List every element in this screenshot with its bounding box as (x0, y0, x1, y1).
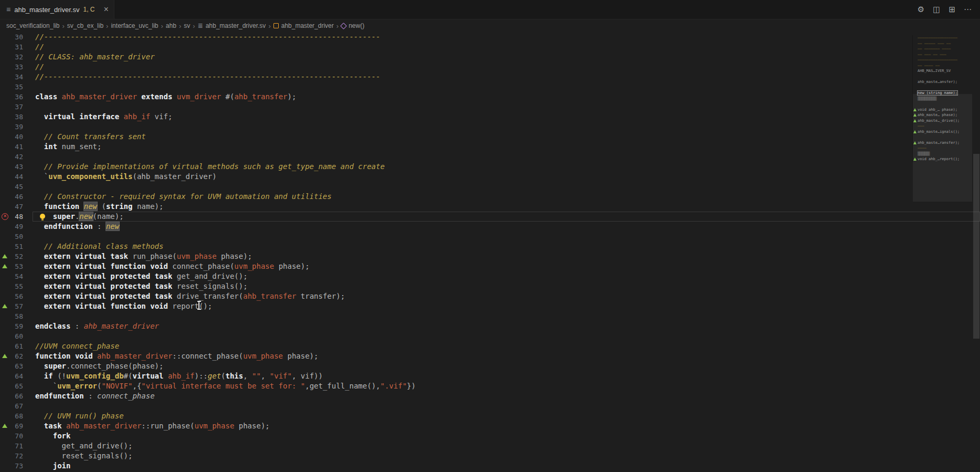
code-line-54[interactable]: 54 extern virtual protected task get_and… (0, 271, 980, 281)
code-text: // CLASS: ahb_master_driver (35, 52, 155, 62)
code-line-57[interactable]: 57 extern virtual function void report()… (0, 301, 980, 311)
customize-layout-icon[interactable]: ⊞ (949, 5, 955, 14)
code-line-56[interactable]: 56 extern virtual protected task drive_t… (0, 291, 980, 301)
code-text: join (35, 461, 70, 471)
line-number: 60 (0, 331, 23, 341)
code-text: // Constructor - required syntax for UVM… (35, 192, 332, 202)
code-line-70[interactable]: 70 fork (0, 431, 980, 441)
code-line-34[interactable]: 34//------------------------------------… (0, 72, 980, 82)
tab-ahb-master-driver[interactable]: ≡ ahb_master_driver.sv 1, C × (0, 0, 114, 19)
breadcrumb: soc_verification_lib›sv_cb_ex_lib›interf… (0, 19, 980, 32)
code-line-30[interactable]: 30//------------------------------------… (0, 32, 980, 42)
code-line-71[interactable]: 71 get_and_drive(); (0, 441, 980, 451)
breadcrumb-item-ahb-master-driver[interactable]: ahb_master_driver (273, 22, 334, 29)
code-text: if (!uvm_config_db#(virtual ahb_if)::get… (35, 371, 323, 381)
minimap-line: void ahb_…report(); (913, 156, 972, 162)
code-text: // Provide implmentations of virtual met… (35, 162, 385, 172)
code-line-64[interactable]: 64 if (!uvm_config_db#(virtual ahb_if)::… (0, 371, 980, 381)
scrollbar-thumb[interactable] (973, 154, 979, 339)
code-line-67[interactable]: 67 (0, 401, 980, 411)
code-line-48[interactable]: ✕48 super.new(name); (0, 212, 980, 222)
code-text: get_and_drive(); (35, 441, 132, 451)
manage-gear-icon[interactable]: ⚙ (918, 5, 924, 14)
code-line-50[interactable]: 50 (0, 232, 980, 242)
code-line-32[interactable]: 32// CLASS: ahb_master_driver (0, 52, 980, 62)
code-line-33[interactable]: 33// (0, 62, 980, 72)
minimap-line: ahb_maste…ransfer); (913, 140, 972, 146)
code-line-63[interactable]: 63 super.connect_phase(phase); (0, 361, 980, 371)
code-line-73[interactable]: 73 join (0, 461, 980, 471)
minimap[interactable]: ———————————————————— ————— ——— ———— ————… (912, 35, 972, 162)
code-line-65[interactable]: 65 `uvm_error("NOVIF",{"virtual interfac… (0, 381, 980, 391)
code-line-51[interactable]: 51 // Additional class methods (0, 242, 980, 251)
more-actions-icon[interactable]: ⋯ (964, 5, 972, 14)
code-line-39[interactable]: 39 (0, 122, 980, 132)
code-line-69[interactable]: 69 task ahb_master_driver::run_phase(uvm… (0, 421, 980, 431)
code-line-66[interactable]: 66endfunction : connect_phase (0, 391, 980, 401)
breadcrumb-label: sv_cb_ex_lib (67, 22, 103, 29)
breadcrumb-item-soc-verification-lib[interactable]: soc_verification_lib (6, 22, 59, 29)
code-line-47[interactable]: 47 function new (string name); (0, 202, 980, 212)
line-number: 40 (0, 132, 23, 142)
code-line-58[interactable]: 58 (0, 311, 980, 321)
split-editor-icon[interactable]: ◫ (933, 5, 940, 14)
code-text: // (35, 62, 44, 72)
vscode-window: ≡ ahb_master_driver.sv 1, C × ⚙ ◫ ⊞ ⋯ so… (0, 0, 980, 472)
line-number: 45 (0, 182, 23, 192)
line-number: 52 (0, 251, 23, 261)
breadcrumb-label: ahb (166, 22, 176, 29)
code-text: class ahb_master_driver extends uvm_driv… (35, 92, 296, 102)
vertical-scrollbar[interactable] (973, 32, 980, 472)
breadcrumb-item-sv-cb-ex-lib[interactable]: sv_cb_ex_lib (67, 22, 103, 29)
code-line-42[interactable]: 42 (0, 152, 980, 162)
code-line-68[interactable]: 68 // UVM run() phase (0, 411, 980, 421)
breadcrumb-item-new[interactable]: new() (341, 22, 364, 29)
code-line-45[interactable]: 45 (0, 182, 980, 192)
minimap-change-marker-icon (913, 108, 916, 111)
code-editor[interactable]: 30//------------------------------------… (0, 32, 980, 472)
code-line-37[interactable]: 37 (0, 102, 980, 112)
line-number: 37 (0, 102, 23, 112)
code-text: function new (string name); (35, 202, 163, 212)
line-number: 57 (0, 301, 23, 311)
code-line-41[interactable]: 41 int num_sent; (0, 142, 980, 152)
code-line-62[interactable]: 62function void ahb_master_driver::conne… (0, 351, 980, 361)
code-text: int num_sent; (35, 142, 101, 152)
breadcrumb-label: soc_verification_lib (6, 22, 59, 29)
code-line-35[interactable]: 35 (0, 82, 980, 92)
line-number: 70 (0, 431, 23, 441)
code-line-60[interactable]: 60 (0, 331, 980, 341)
code-line-55[interactable]: 55 extern virtual protected task reset_s… (0, 281, 980, 291)
line-number: 67 (0, 401, 23, 411)
code-line-52[interactable]: 52 extern virtual task run_phase(uvm_pha… (0, 251, 980, 261)
minimap-line: ahb_maste…_drive(); (913, 118, 972, 124)
code-line-36[interactable]: 36class ahb_master_driver extends uvm_dr… (0, 92, 980, 102)
code-line-44[interactable]: 44 `uvm_component_utils(ahb_master_drive… (0, 172, 980, 182)
line-number: 71 (0, 441, 23, 451)
code-line-72[interactable]: 72 reset_signals(); (0, 451, 980, 461)
editor-actions: ⚙ ◫ ⊞ ⋯ (918, 0, 980, 19)
minimap-line: —— ————— ——— —— (913, 41, 972, 47)
code-line-46[interactable]: 46 // Constructor - required syntax for … (0, 192, 980, 202)
code-line-49[interactable]: 49 endfunction : new (0, 222, 980, 232)
code-line-59[interactable]: 59endclass : ahb_master_driver (0, 321, 980, 331)
tab-label: ahb_master_driver.sv (14, 6, 79, 14)
code-line-31[interactable]: 31// (0, 42, 980, 52)
breadcrumb-item-interface-uvc-lib[interactable]: interface_uvc_lib (111, 22, 158, 29)
line-number: 53 (0, 261, 23, 271)
line-number: 42 (0, 152, 23, 162)
code-line-40[interactable]: 40 // Count transfers sent (0, 132, 980, 142)
line-number: 47 (0, 202, 23, 212)
code-line-43[interactable]: 43 // Provide implmentations of virtual … (0, 162, 980, 172)
code-line-38[interactable]: 38 virtual interface ahb_if vif; (0, 112, 980, 122)
code-line-53[interactable]: 53 extern virtual function void connect_… (0, 261, 980, 271)
close-tab-icon[interactable]: × (103, 5, 108, 14)
breadcrumb-item-ahb-master-driver-sv[interactable]: ≣ahb_master_driver.sv (198, 22, 266, 29)
breadcrumb-item-ahb[interactable]: ahb (166, 22, 176, 29)
breadcrumb-label: new() (349, 22, 364, 29)
code-line-61[interactable]: 61//UVM connect_phase (0, 341, 980, 351)
breadcrumb-item-sv[interactable]: sv (184, 22, 190, 29)
minimap-line: ▒▒▒▒▒▒▒▒▒▒▒ (913, 96, 972, 102)
minimap-line: ahb_maste…ansfer); (913, 79, 972, 85)
line-number: 41 (0, 142, 23, 152)
